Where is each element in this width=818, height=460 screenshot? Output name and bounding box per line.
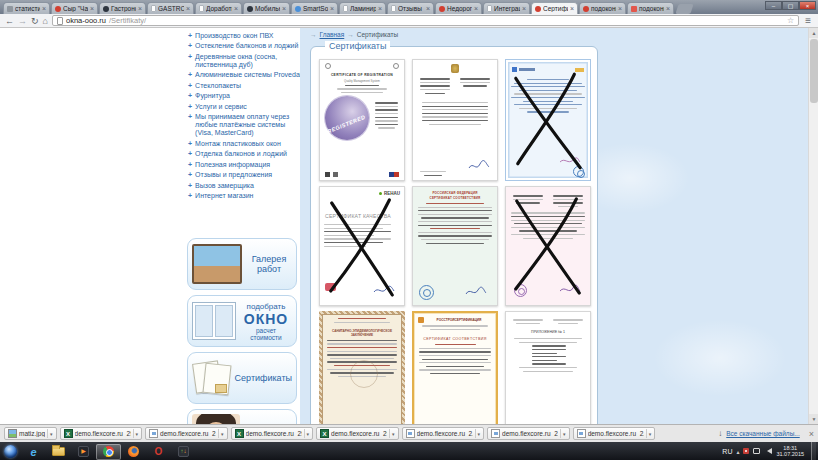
sidebar-item-pvc-windows[interactable]: +Производство окон ПВХ <box>188 32 302 40</box>
browser-tab[interactable]: Сыр "Чанах"× <box>51 2 98 14</box>
tab-close-icon[interactable]: × <box>42 5 46 12</box>
taskbar-opera[interactable]: O <box>146 444 171 460</box>
certificate-sanitary-conclusion[interactable]: САНИТАРНО-ЭПИДЕМИОЛОГИЧЕСКОЕ ЗАКЛЮЧЕНИЕ <box>319 311 405 424</box>
sidebar-item-aluminium[interactable]: +Алюминиевые системы Provedal <box>188 71 302 79</box>
caret-down-icon[interactable]: ▾ <box>478 431 481 437</box>
show-desktop-button[interactable] <box>811 442 816 460</box>
start-button[interactable] <box>4 445 17 458</box>
sidebar-item-hardware[interactable]: +Фурнитура <box>188 92 302 100</box>
caret-down-icon[interactable]: ▾ <box>649 431 652 437</box>
sidebar-item-balcony-finishing[interactable]: +Отделка балконов и лоджий <box>188 150 302 158</box>
sidebar-item-glazing[interactable]: +Остекление балконов и лоджий <box>188 42 302 50</box>
clock[interactable]: 18:31 31.07.2015 <box>776 445 804 457</box>
certificate-gost-conformity[interactable]: РОССИЙСКАЯ ФЕДЕРАЦИЯ СЕРТИФИКАТ СООТВЕТС… <box>412 186 498 306</box>
caret-down-icon[interactable]: ▾ <box>392 431 395 437</box>
caret-down-icon[interactable]: ▾ <box>50 431 53 437</box>
tab-close-icon[interactable]: × <box>618 5 622 12</box>
close-downloads-icon[interactable]: × <box>809 429 814 439</box>
browser-tab[interactable]: Мобильный× <box>243 2 290 14</box>
taskbar-download-manager[interactable]: ↑↓ <box>171 444 196 460</box>
tab-close-icon[interactable]: × <box>138 5 142 12</box>
tab-close-icon[interactable]: × <box>570 5 574 12</box>
sidebar-item-measurer[interactable]: +Вызов замерщика <box>188 182 302 190</box>
action-center-icon[interactable] <box>743 448 749 454</box>
sidebar-item-useful-info[interactable]: +Полезная информация <box>188 161 302 169</box>
bookmark-star-icon[interactable]: ☆ <box>787 16 794 25</box>
certificate-bsi-registration[interactable]: CERTIFICATE OF REGISTRATION Quality Mana… <box>319 59 405 181</box>
certificate-blue-crossed[interactable] <box>505 59 591 181</box>
certificate-rosstroy[interactable]: РОССТРОЙСЕРТИФИКАЦИЯ СЕРТИФИКАТ СООТВЕТС… <box>412 311 498 424</box>
browser-tab-active[interactable]: Сертификат× <box>531 2 578 14</box>
browser-tab[interactable]: GASTRONOM× <box>147 2 194 14</box>
caret-down-icon[interactable]: ▾ <box>563 431 566 437</box>
taskbar-firefox[interactable] <box>121 444 146 460</box>
tab-close-icon[interactable]: × <box>426 5 430 12</box>
tab-close-icon[interactable]: × <box>474 5 478 12</box>
home-icon[interactable]: ⌂ <box>43 15 48 27</box>
download-item[interactable]: demo.flexcore.ru_29....csv▾ <box>316 427 399 440</box>
page-scrollbar[interactable]: ▲ ▼ <box>808 28 818 424</box>
browser-tab[interactable]: статистика× <box>3 2 50 14</box>
chrome-menu-icon[interactable]: ≡ <box>803 15 813 27</box>
reload-icon[interactable]: ↻ <box>31 15 39 27</box>
breadcrumb-home-link[interactable]: Главная <box>320 31 345 38</box>
tab-close-icon[interactable]: × <box>282 5 286 12</box>
browser-tab[interactable]: Ламиниров× <box>339 2 386 14</box>
maximize-button[interactable]: ▢ <box>782 1 799 10</box>
certificate-official-letter[interactable] <box>412 59 498 181</box>
scrollbar-thumb[interactable] <box>810 39 818 103</box>
tab-close-icon[interactable]: × <box>378 5 382 12</box>
browser-tab[interactable]: Недорогие× <box>435 2 482 14</box>
browser-tab[interactable]: SmartSoluti× <box>291 2 338 14</box>
tab-close-icon[interactable]: × <box>666 5 670 12</box>
browser-tab[interactable]: Отзывы× <box>387 2 434 14</box>
tab-close-icon[interactable]: × <box>186 5 190 12</box>
caret-down-icon[interactable]: ▾ <box>221 431 224 437</box>
download-item[interactable]: demo.flexcore.ru_29....csv▾ <box>60 427 143 440</box>
speaker-icon[interactable] <box>764 448 772 454</box>
taskbar-chrome[interactable] <box>96 444 121 460</box>
online-consultant-widget[interactable]: ONLINE <box>187 409 297 424</box>
show-all-downloads-link[interactable]: Все скачанные файлы... <box>726 430 799 437</box>
download-item[interactable]: demo.flexcore.ru_2....html▾ <box>573 427 656 440</box>
tab-close-icon[interactable]: × <box>234 5 238 12</box>
sidebar-item-online-shop[interactable]: +Интернет магазин <box>188 192 302 200</box>
sidebar-item-payment[interactable]: +Мы принимаем оплату через любые платёжн… <box>188 113 302 137</box>
hidden-icons-arrow[interactable]: ▴ <box>736 448 739 455</box>
download-item[interactable]: demo.flexcore.ru_2....html▾ <box>487 427 570 440</box>
address-bar[interactable]: okna-ooo.ru/Sertifikaty/ ☆ <box>52 15 799 26</box>
scroll-down-icon[interactable]: ▼ <box>809 414 818 424</box>
gallery-widget[interactable]: Галерея работ <box>187 238 297 290</box>
browser-tab[interactable]: Доработки× <box>195 2 242 14</box>
window-calculator-widget[interactable]: подобрать ОКНО расчет стоимости <box>187 295 297 347</box>
download-item[interactable]: demo.flexcore.ru_29....csv▾ <box>231 427 314 440</box>
sidebar-item-installation[interactable]: +Монтаж пластиковых окон <box>188 140 302 148</box>
taskbar-explorer[interactable] <box>46 444 71 460</box>
back-icon[interactable]: ← <box>5 15 14 27</box>
taskbar-ie[interactable]: e <box>21 444 46 460</box>
minimize-button[interactable]: – <box>765 1 782 10</box>
close-button[interactable]: × <box>799 1 816 10</box>
caret-down-icon[interactable]: ▾ <box>307 431 310 437</box>
language-indicator[interactable]: RU <box>722 448 732 455</box>
browser-tab[interactable]: подоконни× <box>627 2 674 14</box>
tab-close-icon[interactable]: × <box>330 5 334 12</box>
taskbar-media-player[interactable]: ▶ <box>71 444 96 460</box>
forward-icon[interactable]: → <box>18 15 27 27</box>
certificate-rehau-quality[interactable]: REHAU СЕРТИФИКАТ КАЧЕСТВА <box>319 186 405 306</box>
download-item[interactable]: demo.flexcore.ru_2....html▾ <box>402 427 485 440</box>
download-item[interactable]: matiz.jpg▾ <box>4 427 57 440</box>
network-icon[interactable] <box>753 448 760 454</box>
sidebar-item-services[interactable]: +Услуги и сервис <box>188 103 302 111</box>
download-item[interactable]: demo.flexcore.ru_2....html▾ <box>145 427 228 440</box>
browser-tab[interactable]: подоконни× <box>579 2 626 14</box>
browser-tab[interactable]: Интеграция× <box>483 2 530 14</box>
sidebar-item-wooden-windows[interactable]: +Деревянные окна (сосна, лиственница дуб… <box>188 53 302 69</box>
tab-close-icon[interactable]: × <box>522 5 526 12</box>
sidebar-item-reviews[interactable]: +Отзывы и предложения <box>188 171 302 179</box>
sidebar-item-montblanc[interactable]: +Элитные окна MONTBLANC <box>188 28 302 29</box>
certificates-widget[interactable]: Сертификаты <box>187 352 297 404</box>
new-tab-button[interactable] <box>675 4 693 14</box>
tab-close-icon[interactable]: × <box>90 5 94 12</box>
sidebar-item-glass-units[interactable]: +Стеклопакеты <box>188 82 302 90</box>
